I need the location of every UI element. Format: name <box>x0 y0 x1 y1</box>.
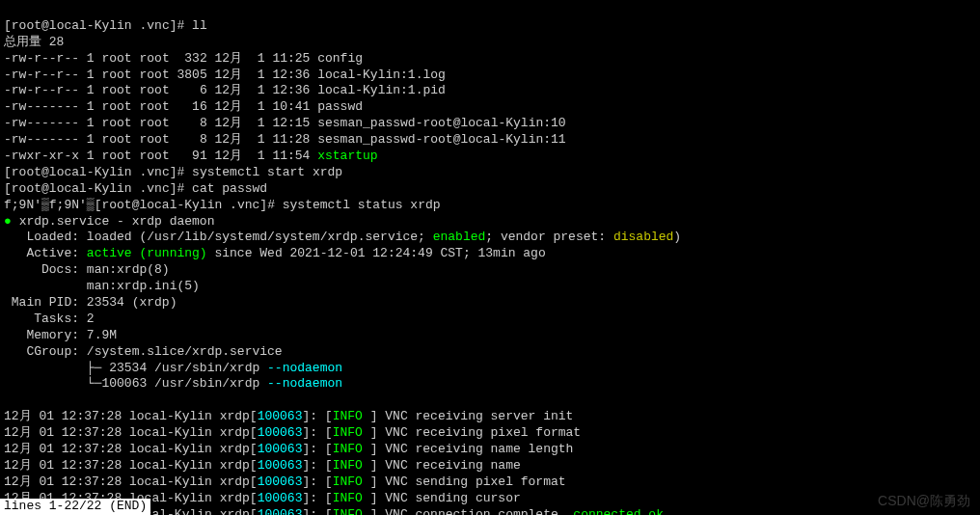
ll-total: 总用量 28 <box>4 35 64 49</box>
prompt: [root@local-Kylin .vnc]# <box>95 198 283 212</box>
prompt: [root@local-Kylin .vnc]# <box>4 181 192 196</box>
log-row: 12月 01 12:37:28 local-Kylin xrdp[100063]… <box>4 442 573 456</box>
log-row: 12月 01 12:37:28 local-Kylin xrdp[100063]… <box>4 425 581 440</box>
cmd-cat: cat passwd <box>192 181 267 196</box>
log-row: 12月 01 12:37:28 local-Kylin xrdp[100063]… <box>4 474 566 489</box>
svc-title: xrdp.service - xrdp daemon <box>19 214 215 229</box>
terminal-output: [root@local-Kylin .vnc]# ll 总用量 28 -rw-r… <box>0 0 980 515</box>
svc-pid: 23534 (xrdp) <box>87 295 177 310</box>
watermark: CSDN@陈勇劲 <box>878 492 970 509</box>
ll-row: -rw-r--r-- 1 root root 3805 12月 1 12:36 … <box>4 68 446 82</box>
svc-cgroup: /system.slice/xrdp.service <box>87 344 283 359</box>
svc-active: active (running) <box>87 246 207 260</box>
pager-status[interactable]: lines 1-22/22 (END) <box>0 499 150 515</box>
svc-since: since Wed 2021-12-01 12:24:49 CST; 13min… <box>214 246 545 260</box>
svc-tasks: 2 <box>87 312 95 326</box>
ll-row: -rwxr-xr-x 1 root root 91 12月 1 11:54 xs… <box>4 149 378 163</box>
log-row: 12月 01 12:37:28 local-Kylin xrdp[100063]… <box>4 409 573 423</box>
prompt: [root@local-Kylin .vnc]# <box>4 18 192 33</box>
ll-row: -rw------- 1 root root 8 12月 1 11:28 ses… <box>4 132 566 147</box>
ll-row: -rw------- 1 root root 8 12月 1 12:15 ses… <box>4 116 566 130</box>
svc-loaded: loaded (/usr/lib/systemd/system/xrdp.ser… <box>87 230 433 244</box>
ll-row: -rw-r--r-- 1 root root 6 12月 1 12:36 loc… <box>4 83 446 97</box>
cmd-status: systemctl status xrdp <box>283 198 441 212</box>
cat-output: f;9N'▒f;9N'▒ <box>4 198 95 212</box>
cmd-start: systemctl start xrdp <box>192 165 342 179</box>
log-row: 12月 01 12:37:28 local-Kylin xrdp[100063]… <box>4 458 521 473</box>
prompt: [root@local-Kylin .vnc]# <box>4 165 192 179</box>
svc-mem: 7.9M <box>87 328 117 342</box>
bullet-icon: ● <box>4 214 12 229</box>
ll-row: -rw-r--r-- 1 root root 332 12月 1 11:25 c… <box>4 51 363 66</box>
cmd-ll: ll <box>192 18 207 33</box>
svc-docs: man:xrdp(8) <box>87 262 170 277</box>
ll-row: -rw------- 1 root root 16 12月 1 10:41 pa… <box>4 99 363 114</box>
